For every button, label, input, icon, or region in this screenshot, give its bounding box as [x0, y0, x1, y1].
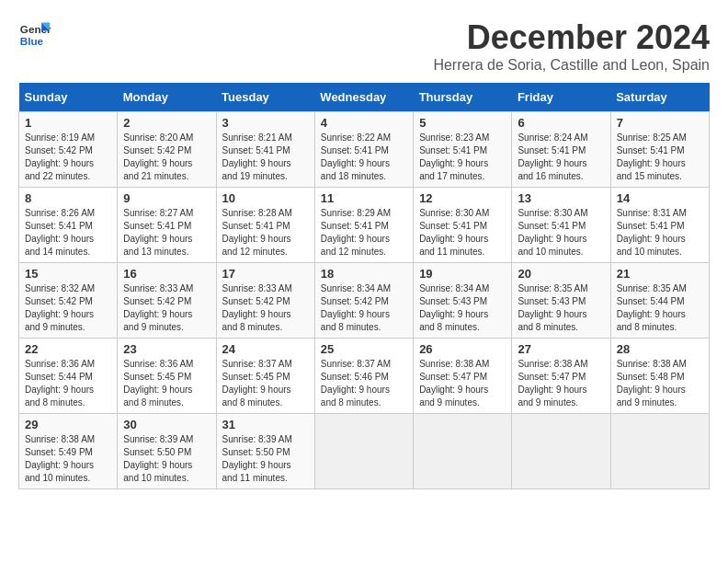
day-number: 20 — [518, 267, 604, 281]
logo: General Blue — [18, 18, 51, 52]
calendar-cell: 21Sunrise: 8:35 AMSunset: 5:44 PMDayligh… — [610, 263, 709, 339]
calendar-cell: 13Sunrise: 8:30 AMSunset: 5:41 PMDayligh… — [512, 188, 610, 263]
day-info: Sunrise: 8:35 AMSunset: 5:44 PMDaylight:… — [617, 282, 703, 334]
calendar-week-row: 1Sunrise: 8:19 AMSunset: 5:42 PMDaylight… — [19, 112, 710, 188]
calendar-cell: 19Sunrise: 8:34 AMSunset: 5:43 PMDayligh… — [414, 263, 512, 339]
day-info: Sunrise: 8:23 AMSunset: 5:41 PMDaylight:… — [419, 132, 506, 183]
day-info: Sunrise: 8:35 AMSunset: 5:43 PMDaylight:… — [518, 282, 604, 334]
day-number: 21 — [617, 267, 703, 281]
calendar-cell: 8Sunrise: 8:26 AMSunset: 5:41 PMDaylight… — [19, 188, 118, 263]
calendar-cell: 16Sunrise: 8:33 AMSunset: 5:42 PMDayligh… — [118, 263, 216, 339]
calendar-cell — [314, 414, 413, 489]
calendar-cell: 6Sunrise: 8:24 AMSunset: 5:41 PMDaylight… — [512, 112, 610, 188]
day-info: Sunrise: 8:19 AMSunset: 5:42 PMDaylight:… — [25, 132, 111, 183]
calendar-cell: 3Sunrise: 8:21 AMSunset: 5:41 PMDaylight… — [216, 112, 314, 188]
calendar-week-row: 29Sunrise: 8:38 AMSunset: 5:49 PMDayligh… — [19, 414, 710, 489]
day-info: Sunrise: 8:30 AMSunset: 5:41 PMDaylight:… — [518, 207, 604, 259]
day-number: 13 — [518, 191, 604, 205]
day-number: 18 — [321, 267, 407, 281]
calendar-cell: 5Sunrise: 8:23 AMSunset: 5:41 PMDaylight… — [414, 112, 512, 188]
day-info: Sunrise: 8:37 AMSunset: 5:45 PMDaylight:… — [222, 358, 309, 409]
day-number: 3 — [222, 116, 309, 130]
day-number: 28 — [617, 342, 703, 356]
day-number: 24 — [222, 342, 309, 356]
header: General Blue December 2024 Herrera de So… — [18, 18, 710, 74]
calendar-cell: 23Sunrise: 8:36 AMSunset: 5:45 PMDayligh… — [118, 339, 216, 414]
day-number: 14 — [617, 191, 703, 205]
calendar-cell: 10Sunrise: 8:28 AMSunset: 5:41 PMDayligh… — [216, 188, 314, 263]
calendar-cell: 22Sunrise: 8:36 AMSunset: 5:44 PMDayligh… — [19, 339, 118, 414]
calendar-cell: 27Sunrise: 8:38 AMSunset: 5:47 PMDayligh… — [512, 339, 610, 414]
day-info: Sunrise: 8:39 AMSunset: 5:50 PMDaylight:… — [123, 433, 210, 485]
day-info: Sunrise: 8:24 AMSunset: 5:41 PMDaylight:… — [518, 132, 604, 183]
day-info: Sunrise: 8:34 AMSunset: 5:43 PMDaylight:… — [419, 282, 506, 334]
calendar-cell: 29Sunrise: 8:38 AMSunset: 5:49 PMDayligh… — [19, 414, 118, 489]
day-number: 5 — [419, 116, 506, 130]
header-friday: Friday — [512, 83, 610, 112]
day-number: 2 — [123, 116, 210, 130]
day-info: Sunrise: 8:26 AMSunset: 5:41 PMDaylight:… — [25, 207, 111, 259]
calendar-cell: 4Sunrise: 8:22 AMSunset: 5:41 PMDaylight… — [314, 112, 413, 188]
header-monday: Monday — [118, 83, 216, 112]
day-number: 30 — [123, 418, 210, 431]
day-info: Sunrise: 8:22 AMSunset: 5:41 PMDaylight:… — [321, 132, 407, 183]
calendar-cell — [512, 414, 610, 489]
day-number: 22 — [25, 342, 111, 356]
header-wednesday: Wednesday — [314, 83, 413, 112]
calendar-cell: 15Sunrise: 8:32 AMSunset: 5:42 PMDayligh… — [19, 263, 118, 339]
day-info: Sunrise: 8:36 AMSunset: 5:45 PMDaylight:… — [123, 358, 210, 409]
svg-text:Blue: Blue — [20, 35, 44, 47]
day-number: 6 — [518, 116, 604, 130]
calendar-cell: 24Sunrise: 8:37 AMSunset: 5:45 PMDayligh… — [216, 339, 314, 414]
day-info: Sunrise: 8:38 AMSunset: 5:49 PMDaylight:… — [25, 433, 111, 485]
day-number: 27 — [518, 342, 604, 356]
calendar-cell: 30Sunrise: 8:39 AMSunset: 5:50 PMDayligh… — [118, 414, 216, 489]
day-info: Sunrise: 8:38 AMSunset: 5:48 PMDaylight:… — [617, 358, 703, 409]
calendar-cell: 14Sunrise: 8:31 AMSunset: 5:41 PMDayligh… — [610, 188, 709, 263]
calendar-cell: 25Sunrise: 8:37 AMSunset: 5:46 PMDayligh… — [314, 339, 413, 414]
calendar-cell: 12Sunrise: 8:30 AMSunset: 5:41 PMDayligh… — [414, 188, 512, 263]
day-number: 31 — [222, 418, 309, 431]
day-number: 8 — [25, 191, 111, 205]
header-thursday: Thursday — [414, 83, 512, 112]
calendar-cell: 28Sunrise: 8:38 AMSunset: 5:48 PMDayligh… — [610, 339, 709, 414]
day-info: Sunrise: 8:27 AMSunset: 5:41 PMDaylight:… — [123, 207, 210, 259]
calendar-week-row: 22Sunrise: 8:36 AMSunset: 5:44 PMDayligh… — [19, 339, 710, 414]
day-number: 7 — [617, 116, 703, 130]
logo-icon: General Blue — [18, 18, 51, 52]
calendar-table: SundayMondayTuesdayWednesdayThursdayFrid… — [18, 83, 710, 489]
header-sunday: Sunday — [19, 83, 118, 112]
day-info: Sunrise: 8:30 AMSunset: 5:41 PMDaylight:… — [419, 207, 506, 259]
day-number: 26 — [419, 342, 506, 356]
day-info: Sunrise: 8:28 AMSunset: 5:41 PMDaylight:… — [222, 207, 309, 259]
day-number: 15 — [25, 267, 111, 281]
day-info: Sunrise: 8:33 AMSunset: 5:42 PMDaylight:… — [222, 282, 309, 334]
calendar-header-row: SundayMondayTuesdayWednesdayThursdayFrid… — [19, 83, 710, 112]
day-number: 16 — [123, 267, 210, 281]
day-info: Sunrise: 8:36 AMSunset: 5:44 PMDaylight:… — [25, 358, 111, 409]
day-info: Sunrise: 8:37 AMSunset: 5:46 PMDaylight:… — [321, 358, 407, 409]
calendar-cell: 31Sunrise: 8:39 AMSunset: 5:50 PMDayligh… — [216, 414, 314, 489]
calendar-cell — [610, 414, 709, 489]
day-info: Sunrise: 8:31 AMSunset: 5:41 PMDaylight:… — [617, 207, 703, 259]
day-info: Sunrise: 8:38 AMSunset: 5:47 PMDaylight:… — [518, 358, 604, 409]
day-number: 25 — [321, 342, 407, 356]
day-info: Sunrise: 8:39 AMSunset: 5:50 PMDaylight:… — [222, 433, 309, 485]
day-info: Sunrise: 8:29 AMSunset: 5:41 PMDaylight:… — [321, 207, 407, 259]
calendar-cell: 18Sunrise: 8:34 AMSunset: 5:42 PMDayligh… — [314, 263, 413, 339]
day-number: 9 — [123, 191, 210, 205]
day-number: 17 — [222, 267, 309, 281]
calendar-cell: 20Sunrise: 8:35 AMSunset: 5:43 PMDayligh… — [512, 263, 610, 339]
calendar-cell: 9Sunrise: 8:27 AMSunset: 5:41 PMDaylight… — [118, 188, 216, 263]
calendar-cell: 17Sunrise: 8:33 AMSunset: 5:42 PMDayligh… — [216, 263, 314, 339]
calendar-week-row: 8Sunrise: 8:26 AMSunset: 5:41 PMDaylight… — [19, 188, 710, 263]
day-number: 1 — [25, 116, 111, 130]
day-number: 23 — [123, 342, 210, 356]
day-info: Sunrise: 8:32 AMSunset: 5:42 PMDaylight:… — [25, 282, 111, 334]
day-info: Sunrise: 8:33 AMSunset: 5:42 PMDaylight:… — [123, 282, 210, 334]
day-number: 19 — [419, 267, 506, 281]
calendar-cell: 26Sunrise: 8:38 AMSunset: 5:47 PMDayligh… — [414, 339, 512, 414]
day-number: 4 — [321, 116, 407, 130]
day-number: 29 — [25, 418, 111, 431]
header-tuesday: Tuesday — [216, 83, 314, 112]
